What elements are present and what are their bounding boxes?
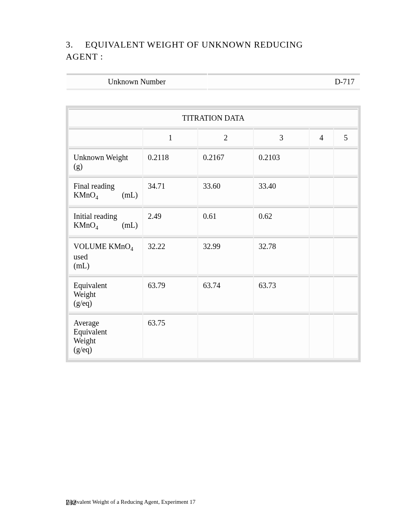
table-row: VOLUME KMnO4 used (mL) 32.22 32.99 32.78	[69, 237, 358, 275]
row-label-line: used	[74, 252, 138, 261]
row-label: Initial reading KMnO4 (mL)	[69, 207, 142, 236]
data-cell: 63.79	[143, 276, 197, 313]
table-row: Final reading KMnO4 (mL) 34.71 33.60 33.…	[69, 177, 358, 206]
row-label-line: Final reading	[74, 182, 138, 191]
data-cell	[310, 148, 333, 176]
data-cell: 33.40	[254, 177, 309, 206]
row-label-line: Equivalent	[74, 327, 138, 336]
data-cell	[198, 314, 253, 359]
page-footer: Equivalent Weight of a Reducing Agent, E…	[66, 499, 195, 505]
footer-text: Equivalent Weight of a Reducing Agent, E…	[66, 499, 195, 505]
data-cell	[334, 276, 358, 313]
column-header-blank	[69, 128, 142, 147]
data-cell: 0.2118	[143, 148, 197, 176]
column-header: 4	[310, 128, 333, 147]
data-cell	[334, 177, 358, 206]
table-row: Initial reading KMnO4 (mL) 2.49 0.61 0.6…	[69, 207, 358, 236]
titration-title: TITRATION DATA	[69, 109, 358, 128]
table-row: Unknown Number D-717	[67, 73, 360, 90]
unknown-number-label: Unknown Number	[67, 73, 207, 90]
row-label: Final reading KMnO4 (mL)	[69, 177, 142, 206]
row-label-line: (g/eq)	[74, 345, 138, 354]
data-cell	[254, 314, 309, 359]
data-cell: 0.2103	[254, 148, 309, 176]
data-cell: 63.75	[143, 314, 197, 359]
row-label-sub: 4	[96, 195, 98, 201]
row-label-line: (mL)	[122, 221, 138, 231]
titration-table-wrap: TITRATION DATA 1 2 3 4 5 Unknown Weight …	[66, 106, 361, 362]
row-label: Average Equivalent Weight (g/eq)	[69, 314, 142, 359]
row-label-line: Average	[74, 319, 138, 327]
column-header: 2	[198, 128, 253, 147]
heading-line-1: EQUIVALENT WEIGHT OF UNKNOWN REDUCING	[85, 40, 303, 49]
data-cell: 0.2167	[198, 148, 253, 176]
data-cell: 2.49	[143, 207, 197, 236]
data-cell: 0.61	[198, 207, 253, 236]
row-label-line: Equivalent	[74, 281, 138, 290]
heading-number: 3.	[66, 39, 85, 51]
row-label-line: (g)	[74, 162, 138, 171]
section-heading: 3.EQUIVALENT WEIGHT OF UNKNOWN REDUCING …	[66, 39, 361, 63]
table-row: Equivalent Weight (g/eq) 63.79 63.74 63.…	[69, 276, 358, 313]
page-number: 232	[66, 499, 76, 506]
row-label: VOLUME KMnO4 used (mL)	[69, 237, 142, 275]
data-cell: 34.71	[143, 177, 197, 206]
data-cell	[334, 207, 358, 236]
data-cell	[334, 314, 358, 359]
row-label-line: Weight	[74, 336, 138, 345]
column-header: 5	[334, 128, 358, 147]
table-row: 1 2 3 4 5	[69, 128, 358, 147]
data-cell	[334, 237, 358, 275]
data-cell	[310, 314, 333, 359]
titration-table: TITRATION DATA 1 2 3 4 5 Unknown Weight …	[68, 108, 358, 360]
unknown-number-table: Unknown Number D-717	[66, 73, 361, 90]
data-cell: 0.62	[254, 207, 309, 236]
row-label-line: KMnO	[107, 242, 131, 251]
data-cell	[310, 276, 333, 313]
data-cell	[310, 207, 333, 236]
column-header: 3	[254, 128, 309, 147]
row-label-line: (mL)	[122, 191, 138, 201]
table-row: Unknown Weight (g) 0.2118 0.2167 0.2103	[69, 148, 358, 176]
data-cell: 63.74	[198, 276, 253, 313]
column-header: 1	[143, 128, 197, 147]
row-label-sub: 4	[130, 246, 133, 252]
row-label-line: (g/eq)	[74, 299, 138, 308]
page: 3.EQUIVALENT WEIGHT OF UNKNOWN REDUCING …	[0, 0, 411, 532]
row-label-line: Unknown Weight	[74, 153, 138, 162]
data-cell: 32.78	[254, 237, 309, 275]
row-label-line: V	[74, 242, 79, 251]
row-label-sub: 4	[96, 225, 98, 231]
row-label-line: Weight	[74, 290, 138, 299]
data-cell	[310, 177, 333, 206]
table-row: TITRATION DATA	[69, 109, 358, 128]
data-cell: 32.22	[143, 237, 197, 275]
data-cell	[310, 237, 333, 275]
row-label: Unknown Weight (g)	[69, 148, 142, 176]
row-label-line: KMnO	[74, 191, 96, 199]
data-cell: 33.60	[198, 177, 253, 206]
row-label-line: Initial reading	[74, 212, 138, 221]
row-label-smallcaps: OLUME	[79, 242, 106, 251]
row-label-line: (mL)	[74, 261, 138, 270]
table-row: Average Equivalent Weight (g/eq) 63.75	[69, 314, 358, 359]
data-cell	[334, 148, 358, 176]
row-label-line: KMnO	[74, 221, 96, 229]
heading-line-2: AGENT :	[66, 52, 103, 61]
row-label: Equivalent Weight (g/eq)	[69, 276, 142, 313]
unknown-number-value: D-717	[208, 73, 360, 90]
data-cell: 32.99	[198, 237, 253, 275]
data-cell: 63.73	[254, 276, 309, 313]
